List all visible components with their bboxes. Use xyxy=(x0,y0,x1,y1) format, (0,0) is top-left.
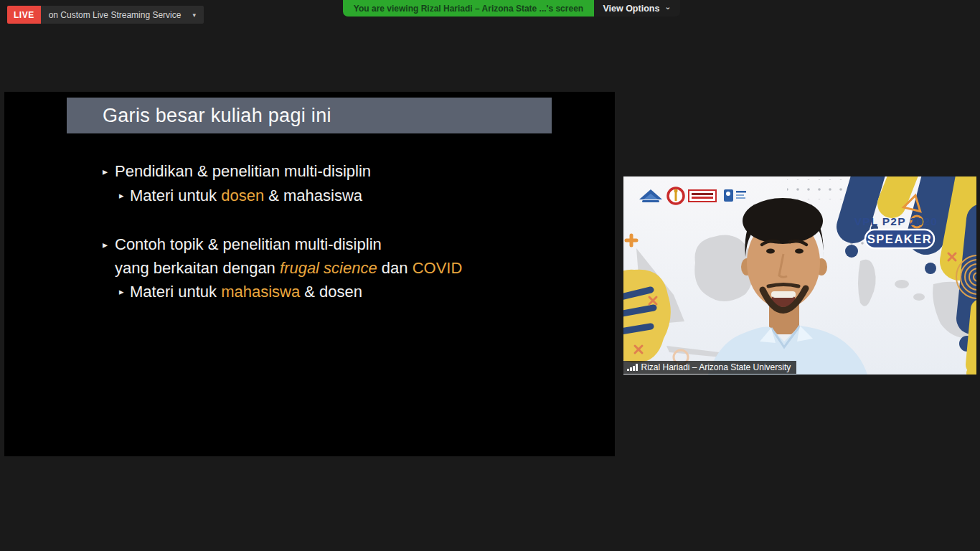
shared-screen-slide: Garis besar kuliah pagi ini ▸ Pendidikan… xyxy=(4,92,615,456)
slide-bullet-1: ▸ Pendidikan & penelitian multi-disiplin xyxy=(103,159,371,183)
view-options-dropdown[interactable]: View Options ⌄ xyxy=(594,0,680,17)
signal-bars-icon xyxy=(627,364,638,371)
bullet-triangle-icon: ▸ xyxy=(103,239,115,250)
slide-bullet-2-sub: ▸ Materi untuk mahasiswa & dosen xyxy=(119,280,362,303)
slide-bullet-2: ▸ Contoh topik & penelitian multi-disipl… xyxy=(103,232,382,256)
bullet-2-sub-pre: Materi untuk xyxy=(130,283,221,301)
live-service-dropdown[interactable]: on Custom Live Streaming Service ▾ xyxy=(41,6,204,24)
participant-name-tag: Rizal Hariadi – Arizona State University xyxy=(623,361,796,374)
bullet-2-cont-mid: dan xyxy=(377,259,413,277)
caret-down-icon: ▾ xyxy=(192,11,196,19)
bullet-triangle-icon: ▸ xyxy=(103,166,115,177)
slide-bullet-1-sub: ▸ Materi untuk dosen & mahasiswa xyxy=(119,184,362,207)
live-stream-control: LIVE on Custom Live Streaming Service ▾ xyxy=(7,6,204,24)
red-circle-emblem-icon xyxy=(668,188,684,204)
bullet-2-cont-covid: COVID xyxy=(413,259,463,277)
speaker-video-scene: VPL P2P 2020 SPEAKER xyxy=(623,176,976,375)
bullet-2-sub-post: & dosen xyxy=(300,283,362,301)
chevron-down-icon: ⌄ xyxy=(664,2,671,11)
participant-name: Rizal Hariadi – Arizona State University xyxy=(641,362,791,372)
viewing-screen-banner: You are viewing Rizal Hariadi – Arizona … xyxy=(343,0,594,17)
live-badge: LIVE xyxy=(7,6,41,24)
event-label: VPL P2P 2020 xyxy=(854,215,938,227)
speaker-role-badge-text: SPEAKER xyxy=(867,232,932,245)
live-service-label: on Custom Live Streaming Service xyxy=(49,10,182,20)
bullet-1-text: Pendidikan & penelitian multi-disiplin xyxy=(115,162,371,180)
viewing-screen-banner-text: You are viewing Rizal Hariadi – Arizona … xyxy=(354,4,583,14)
bullet-triangle-icon: ▸ xyxy=(119,190,130,201)
red-banner-logo-icon xyxy=(689,190,716,202)
bullet-2-cont-frugal-science: frugal science xyxy=(280,259,377,277)
bullet-triangle-icon: ▸ xyxy=(119,286,130,297)
bullet-2-cont-pre: yang berkaitan dengan xyxy=(115,259,280,277)
view-options-label: View Options xyxy=(603,4,659,14)
bullet-2-sub-highlight: mahasiswa xyxy=(221,283,300,301)
slide-title: Garis besar kuliah pagi ini xyxy=(67,105,331,127)
bullet-1-sub-post: & mahasiswa xyxy=(264,187,362,204)
speaker-video-tile: VPL P2P 2020 SPEAKER xyxy=(623,176,976,375)
slide-bullet-2-continuation: yang berkaitan dengan frugal science dan… xyxy=(115,256,462,280)
speaker-role-badge: SPEAKER xyxy=(865,230,934,248)
bullet-1-sub-pre: Materi untuk xyxy=(130,187,221,204)
slide-title-bar: Garis besar kuliah pagi ini xyxy=(67,98,552,133)
bullet-2-text: Contoh topik & penelitian multi-disiplin xyxy=(115,235,382,253)
bullet-1-sub-highlight: dosen xyxy=(221,187,264,204)
